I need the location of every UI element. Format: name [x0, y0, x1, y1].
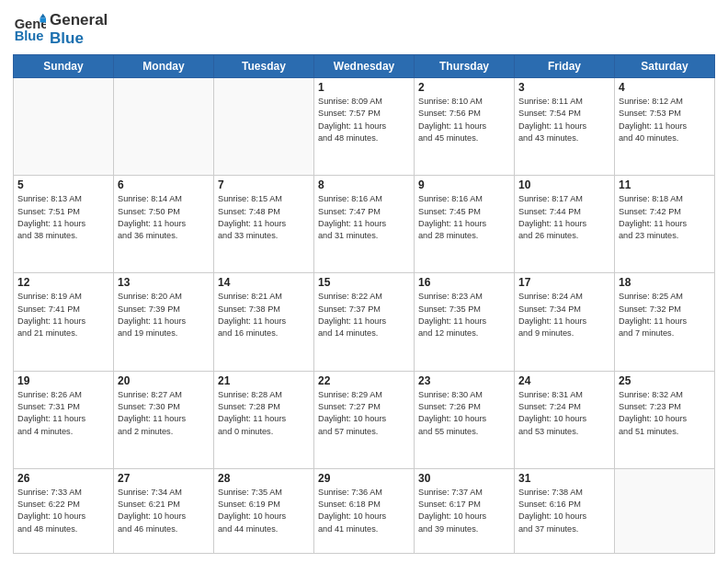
- day-cell: 4Sunrise: 8:12 AMSunset: 7:53 PMDaylight…: [615, 78, 715, 176]
- day-info: Sunrise: 7:36 AMSunset: 6:18 PMDaylight:…: [318, 487, 410, 535]
- day-number: 23: [418, 374, 510, 387]
- day-number: 29: [318, 472, 410, 485]
- day-cell: 7Sunrise: 8:15 AMSunset: 7:48 PMDaylight…: [214, 176, 314, 273]
- week-row-5: 26Sunrise: 7:33 AMSunset: 6:22 PMDayligh…: [14, 468, 715, 553]
- day-number: 17: [518, 276, 610, 289]
- day-cell: 22Sunrise: 8:29 AMSunset: 7:27 PMDayligh…: [314, 371, 415, 468]
- day-number: 24: [518, 374, 610, 387]
- day-info: Sunrise: 8:10 AMSunset: 7:56 PMDaylight:…: [418, 96, 510, 144]
- day-cell: 15Sunrise: 8:22 AMSunset: 7:37 PMDayligh…: [314, 273, 415, 371]
- day-info: Sunrise: 8:29 AMSunset: 7:27 PMDaylight:…: [318, 389, 410, 438]
- day-info: Sunrise: 8:17 AMSunset: 7:44 PMDaylight:…: [518, 193, 610, 242]
- weekday-header-tuesday: Tuesday: [214, 55, 314, 78]
- day-info: Sunrise: 8:28 AMSunset: 7:28 PMDaylight:…: [218, 389, 310, 438]
- day-number: 1: [318, 81, 410, 94]
- day-number: 27: [118, 472, 210, 485]
- week-row-1: 1Sunrise: 8:09 AMSunset: 7:57 PMDaylight…: [14, 78, 715, 176]
- day-number: 26: [17, 472, 109, 485]
- day-cell: 21Sunrise: 8:28 AMSunset: 7:28 PMDayligh…: [214, 371, 314, 468]
- day-cell: 10Sunrise: 8:17 AMSunset: 7:44 PMDayligh…: [515, 176, 615, 273]
- day-number: 8: [318, 178, 410, 191]
- day-info: Sunrise: 7:35 AMSunset: 6:19 PMDaylight:…: [218, 487, 310, 535]
- svg-marker-3: [40, 17, 46, 22]
- day-info: Sunrise: 8:27 AMSunset: 7:30 PMDaylight:…: [118, 389, 210, 438]
- day-cell: 14Sunrise: 8:21 AMSunset: 7:38 PMDayligh…: [214, 273, 314, 371]
- day-number: 5: [17, 178, 109, 191]
- day-number: 7: [218, 178, 310, 191]
- logo-icon: General Blue: [13, 12, 46, 45]
- day-cell: 30Sunrise: 7:37 AMSunset: 6:17 PMDayligh…: [415, 468, 515, 553]
- day-info: Sunrise: 8:22 AMSunset: 7:37 PMDaylight:…: [318, 291, 410, 339]
- day-number: 2: [418, 81, 510, 94]
- day-cell: 6Sunrise: 8:14 AMSunset: 7:50 PMDaylight…: [114, 176, 214, 273]
- day-info: Sunrise: 8:16 AMSunset: 7:45 PMDaylight:…: [418, 193, 510, 242]
- day-number: 9: [418, 178, 510, 191]
- day-number: 30: [418, 472, 510, 485]
- weekday-header-friday: Friday: [515, 55, 615, 78]
- day-cell: 3Sunrise: 8:11 AMSunset: 7:54 PMDaylight…: [515, 78, 615, 176]
- day-cell: [114, 78, 214, 176]
- day-info: Sunrise: 8:15 AMSunset: 7:48 PMDaylight:…: [218, 193, 310, 242]
- day-cell: [615, 468, 715, 553]
- weekday-header-thursday: Thursday: [415, 55, 515, 78]
- day-number: 21: [218, 374, 310, 387]
- day-cell: 18Sunrise: 8:25 AMSunset: 7:32 PMDayligh…: [615, 273, 715, 371]
- day-number: 13: [118, 276, 210, 289]
- day-info: Sunrise: 8:13 AMSunset: 7:51 PMDaylight:…: [17, 193, 109, 242]
- day-cell: 2Sunrise: 8:10 AMSunset: 7:56 PMDaylight…: [415, 78, 515, 176]
- day-info: Sunrise: 8:24 AMSunset: 7:34 PMDaylight:…: [518, 291, 610, 339]
- week-row-2: 5Sunrise: 8:13 AMSunset: 7:51 PMDaylight…: [14, 176, 715, 273]
- day-cell: [14, 78, 114, 176]
- week-row-4: 19Sunrise: 8:26 AMSunset: 7:31 PMDayligh…: [14, 371, 715, 468]
- day-info: Sunrise: 7:33 AMSunset: 6:22 PMDaylight:…: [17, 487, 109, 535]
- day-cell: 31Sunrise: 7:38 AMSunset: 6:16 PMDayligh…: [515, 468, 615, 553]
- day-number: 12: [17, 276, 109, 289]
- weekday-header-monday: Monday: [114, 55, 214, 78]
- day-info: Sunrise: 7:38 AMSunset: 6:16 PMDaylight:…: [518, 487, 610, 535]
- day-info: Sunrise: 8:26 AMSunset: 7:31 PMDaylight:…: [17, 389, 109, 438]
- day-cell: 5Sunrise: 8:13 AMSunset: 7:51 PMDaylight…: [14, 176, 114, 273]
- day-number: 16: [418, 276, 510, 289]
- day-number: 19: [17, 374, 109, 387]
- day-cell: 29Sunrise: 7:36 AMSunset: 6:18 PMDayligh…: [314, 468, 415, 553]
- day-info: Sunrise: 8:32 AMSunset: 7:23 PMDaylight:…: [619, 389, 711, 438]
- day-cell: 23Sunrise: 8:30 AMSunset: 7:26 PMDayligh…: [415, 371, 515, 468]
- day-cell: 13Sunrise: 8:20 AMSunset: 7:39 PMDayligh…: [114, 273, 214, 371]
- day-cell: 25Sunrise: 8:32 AMSunset: 7:23 PMDayligh…: [615, 371, 715, 468]
- day-info: Sunrise: 8:09 AMSunset: 7:57 PMDaylight:…: [318, 96, 410, 144]
- logo: General Blue General Blue: [13, 9, 108, 47]
- day-number: 20: [118, 374, 210, 387]
- logo-blue: Blue: [50, 29, 108, 48]
- day-cell: 26Sunrise: 7:33 AMSunset: 6:22 PMDayligh…: [14, 468, 114, 553]
- day-number: 14: [218, 276, 310, 289]
- day-number: 31: [518, 472, 610, 485]
- header: General Blue General Blue: [13, 9, 715, 47]
- day-info: Sunrise: 8:11 AMSunset: 7:54 PMDaylight:…: [518, 96, 610, 144]
- day-info: Sunrise: 8:16 AMSunset: 7:47 PMDaylight:…: [318, 193, 410, 242]
- weekday-header-sunday: Sunday: [14, 55, 114, 78]
- day-cell: 24Sunrise: 8:31 AMSunset: 7:24 PMDayligh…: [515, 371, 615, 468]
- day-info: Sunrise: 8:21 AMSunset: 7:38 PMDaylight:…: [218, 291, 310, 339]
- day-cell: 11Sunrise: 8:18 AMSunset: 7:42 PMDayligh…: [615, 176, 715, 273]
- day-cell: 8Sunrise: 8:16 AMSunset: 7:47 PMDaylight…: [314, 176, 415, 273]
- day-cell: 19Sunrise: 8:26 AMSunset: 7:31 PMDayligh…: [14, 371, 114, 468]
- logo-general: General: [50, 11, 108, 29]
- svg-text:Blue: Blue: [15, 29, 44, 43]
- day-info: Sunrise: 8:30 AMSunset: 7:26 PMDaylight:…: [418, 389, 510, 438]
- day-info: Sunrise: 8:20 AMSunset: 7:39 PMDaylight:…: [118, 291, 210, 339]
- calendar-table: SundayMondayTuesdayWednesdayThursdayFrid…: [13, 54, 715, 554]
- day-info: Sunrise: 8:12 AMSunset: 7:53 PMDaylight:…: [619, 96, 711, 144]
- day-number: 18: [619, 276, 711, 289]
- day-cell: 20Sunrise: 8:27 AMSunset: 7:30 PMDayligh…: [114, 371, 214, 468]
- day-number: 3: [518, 81, 610, 94]
- day-cell: 17Sunrise: 8:24 AMSunset: 7:34 PMDayligh…: [515, 273, 615, 371]
- day-cell: 27Sunrise: 7:34 AMSunset: 6:21 PMDayligh…: [114, 468, 214, 553]
- day-cell: 16Sunrise: 8:23 AMSunset: 7:35 PMDayligh…: [415, 273, 515, 371]
- day-cell: 9Sunrise: 8:16 AMSunset: 7:45 PMDaylight…: [415, 176, 515, 273]
- day-cell: 12Sunrise: 8:19 AMSunset: 7:41 PMDayligh…: [14, 273, 114, 371]
- day-info: Sunrise: 8:31 AMSunset: 7:24 PMDaylight:…: [518, 389, 610, 438]
- day-number: 10: [518, 178, 610, 191]
- weekday-header-wednesday: Wednesday: [314, 55, 415, 78]
- svg-marker-2: [40, 13, 46, 17]
- day-number: 4: [619, 81, 711, 94]
